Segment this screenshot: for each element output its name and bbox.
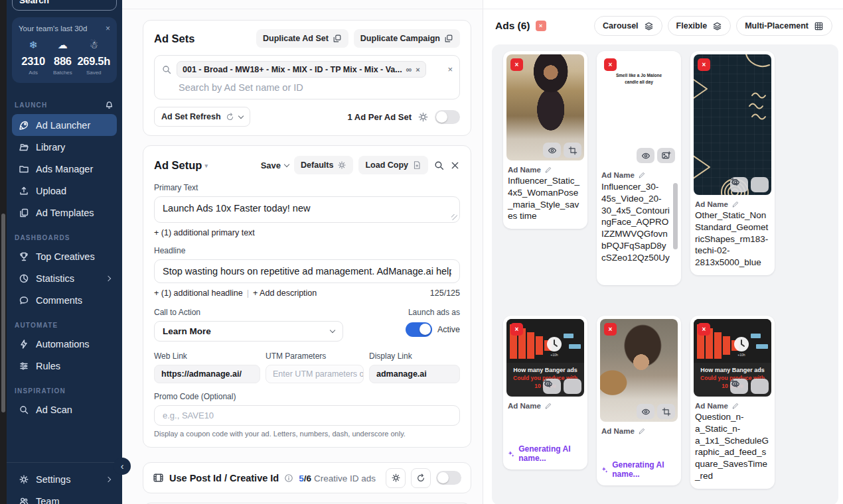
sidebar-item-ad-launcher[interactable]: Ad Launcher: [12, 114, 117, 136]
preview-eye-icon[interactable]: [637, 404, 654, 419]
sidebar-item-ads-manager[interactable]: Ads Manager: [12, 158, 117, 180]
info-icon[interactable]: [284, 473, 293, 483]
sidebar-item-library[interactable]: Library: [12, 136, 117, 158]
resize-handle[interactable]: [451, 214, 457, 220]
promo-code-input[interactable]: e.g., SAVE10: [154, 405, 460, 426]
utm-input[interactable]: Enter UTM parameters or s: [266, 365, 364, 383]
add-primary-text-link[interactable]: + (1) additional primary text: [154, 228, 255, 237]
ad-card-5[interactable]: × Ad Name Generating AI name...: [597, 316, 681, 485]
cta-label: Call to Action: [154, 308, 343, 317]
ad-thumbnail-geometric[interactable]: ×: [694, 54, 771, 195]
ad-set-search-box[interactable]: 001 - Broad - MW18+ - Mix - MIX - ID - T…: [154, 55, 460, 99]
ad-card-6[interactable]: +10h × How many Banger ads Could you pro…: [690, 316, 775, 489]
sidebar-item-comments[interactable]: Comments: [12, 289, 117, 311]
ad-name-scroll-area[interactable]: Influencer_30-45s_Video_20-30_4x5_Contou…: [600, 180, 678, 279]
edit-pencil-icon[interactable]: [544, 402, 552, 410]
sidebar-search-input[interactable]: Search: [12, 0, 117, 11]
play-icon[interactable]: [633, 106, 649, 126]
sidebar-item-ad-scan[interactable]: Ad Scan: [12, 399, 117, 420]
caret-icon[interactable]: ▾: [204, 162, 208, 169]
ad-name-text[interactable]: Question_n-a_Static_n-a_1x1_ScheduleGrap…: [695, 411, 770, 482]
primary-text-input[interactable]: Launch Ads 10x Faster today! new: [154, 196, 460, 223]
gear-icon[interactable]: [418, 111, 429, 123]
sidebar-item-ad-templates[interactable]: Ad Templates: [12, 202, 117, 223]
display-link-input[interactable]: admanage.ai: [369, 365, 460, 383]
add-description-link[interactable]: + Add description: [253, 288, 317, 298]
remove-ad-icon[interactable]: ×: [604, 58, 617, 71]
sidebar-item-upload[interactable]: Upload: [12, 180, 117, 202]
cta-value: Learn More: [163, 326, 211, 336]
ad-thumbnail-schedule[interactable]: +10h × How many Banger ads Could you pro…: [694, 319, 771, 397]
duplicate-ad-set-button[interactable]: Duplicate Ad Set: [256, 29, 348, 48]
one-ad-per-set-toggle[interactable]: [435, 110, 460, 124]
edit-pencil-icon[interactable]: [544, 166, 552, 174]
remove-ad-icon[interactable]: ×: [698, 323, 710, 336]
edit-pencil-icon[interactable]: [731, 200, 739, 208]
comment-icon: [19, 295, 29, 306]
sidebar-item-team[interactable]: Team: [12, 490, 117, 504]
clear-ads-badge[interactable]: ×: [536, 21, 546, 31]
remove-ad-icon[interactable]: ×: [604, 323, 617, 336]
headline-input[interactable]: Stop wasting hours on repetitive ad mana…: [154, 259, 460, 283]
close-icon[interactable]: [450, 160, 460, 170]
selected-ad-set-tag[interactable]: 001 - Broad - MW18+ - Mix - MIX - ID - T…: [177, 61, 426, 78]
ad-thumbnail-woman-pose[interactable]: ×: [506, 54, 584, 160]
sidebar-item-label: Ads Manager: [36, 164, 110, 174]
web-link-input[interactable]: https://admanage.ai/: [154, 365, 260, 383]
sidebar-collapse-button[interactable]: ‹: [114, 458, 131, 475]
ad-name-text[interactable]: Influencer_30-45s_Video_20-30_4x5_Contou…: [601, 181, 670, 264]
stat-label: Saved: [77, 70, 110, 76]
preview-eye-icon[interactable]: [637, 148, 654, 163]
duplicate-campaign-button[interactable]: Duplicate Campaign: [354, 29, 460, 48]
ad-card-4[interactable]: +10h × How many Banger ads Could you pro…: [503, 316, 587, 470]
crop-icon[interactable]: [657, 404, 675, 419]
active-toggle[interactable]: [406, 322, 432, 337]
multi-placement-button[interactable]: Multi-Placement: [736, 16, 832, 36]
name-scrollbar-thumb[interactable]: [673, 183, 678, 249]
load-copy-button[interactable]: Load Copy: [358, 156, 428, 174]
remove-ad-icon[interactable]: ×: [698, 58, 710, 71]
ad-card-3[interactable]: × Ad Name Other_Static_NonStandard_Geome…: [690, 51, 775, 275]
post-id-toggle[interactable]: [436, 471, 461, 485]
carousel-button[interactable]: Carousel: [594, 16, 662, 36]
ad-name-text[interactable]: Influencer_Static_4x5_WomanPose_maria_St…: [508, 175, 583, 222]
crop-icon[interactable]: [564, 379, 581, 394]
ad-card-2[interactable]: × Smell like a Jo Malonecandle all day A…: [597, 51, 681, 285]
flexible-button[interactable]: Flexible: [668, 16, 731, 36]
save-dropdown[interactable]: Save: [261, 160, 289, 170]
post-id-settings-button[interactable]: [386, 468, 406, 488]
ad-thumbnail-video[interactable]: × Smell like a Jo Malonecandle all day: [600, 54, 678, 166]
edit-pencil-icon[interactable]: [638, 171, 646, 179]
edit-pencil-icon[interactable]: [638, 427, 646, 435]
sidebar-item-settings[interactable]: Settings: [12, 468, 117, 490]
cta-select[interactable]: Learn More: [154, 321, 343, 342]
window-scrollbar-thumb[interactable]: [1, 214, 5, 412]
crop-icon[interactable]: [751, 177, 769, 192]
ad-thumbnail-schedule[interactable]: +10h × How many Banger ads Could you pro…: [506, 319, 584, 397]
preview-eye-icon[interactable]: [543, 143, 561, 158]
ad-name-text[interactable]: Other_Static_NonStandard_GeometricShapes…: [695, 210, 770, 269]
crop-icon[interactable]: [751, 379, 769, 394]
search-icon[interactable]: [433, 160, 445, 171]
ad-set-refresh-button[interactable]: Ad Set Refresh: [154, 107, 250, 127]
sidebar-item-statistics[interactable]: Statistics: [12, 267, 117, 289]
sidebar-item-rules[interactable]: Rules: [12, 355, 117, 377]
image-plus-icon[interactable]: [657, 148, 675, 163]
ad-thumbnail-man[interactable]: ×: [600, 319, 678, 422]
sidebar-item-top-creatives[interactable]: Top Creatives: [12, 245, 117, 267]
defaults-button[interactable]: Defaults: [294, 156, 353, 174]
crop-icon[interactable]: [564, 143, 581, 158]
clear-search-icon[interactable]: ×: [447, 64, 453, 74]
bell-icon[interactable]: [104, 100, 114, 110]
ad-card-1[interactable]: × Ad Name Influencer_Static_4x5_WomanPos…: [503, 51, 587, 229]
post-id-refresh-button[interactable]: [411, 468, 431, 488]
sidebar-item-automations[interactable]: Automations: [12, 333, 117, 355]
remove-ad-icon[interactable]: ×: [510, 323, 523, 336]
remove-tag-icon[interactable]: ×: [416, 66, 420, 74]
edit-pencil-icon[interactable]: [731, 402, 739, 410]
ad-set-search-placeholder[interactable]: Search by Ad Set name or ID: [161, 82, 453, 93]
add-headline-link[interactable]: + (1) additional headline: [154, 288, 243, 298]
close-icon[interactable]: ×: [106, 24, 110, 33]
button-label: Duplicate Ad Set: [263, 34, 329, 43]
remove-ad-icon[interactable]: ×: [510, 58, 523, 71]
